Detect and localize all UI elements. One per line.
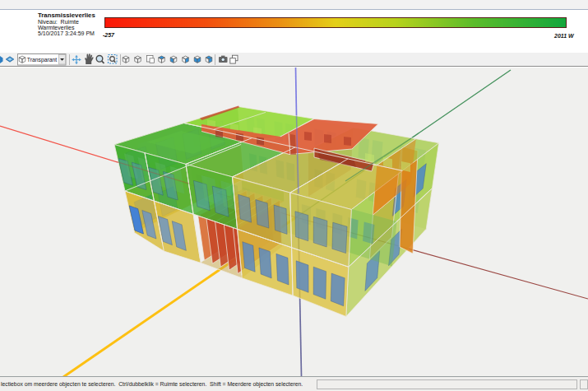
svg-text:Transparant: Transparant <box>27 57 58 63</box>
